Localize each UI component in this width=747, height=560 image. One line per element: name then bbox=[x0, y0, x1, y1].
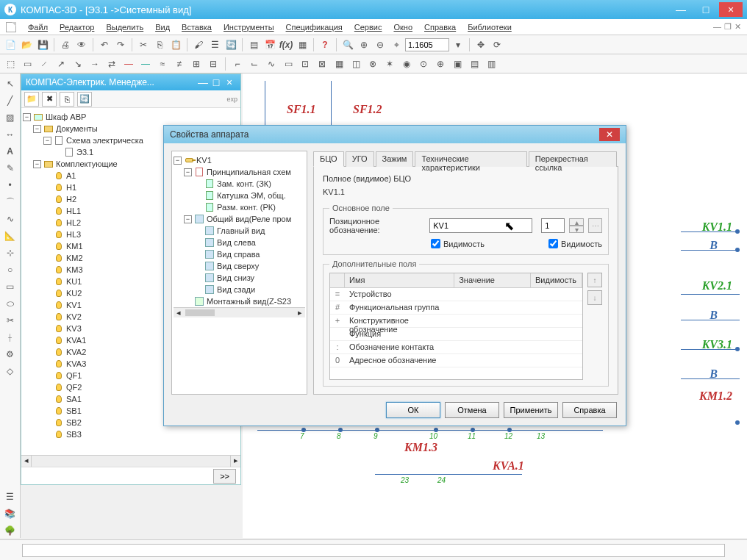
tool-icon[interactable]: ▭ bbox=[20, 57, 35, 71]
cancel-button[interactable]: Отмена bbox=[445, 402, 499, 418]
tool-icon[interactable]: ⊙ bbox=[416, 57, 431, 71]
mdi-close[interactable]: ✕ bbox=[735, 22, 741, 32]
visibility-checkbox-1[interactable] bbox=[431, 239, 440, 248]
dtree-view[interactable]: Вид справа bbox=[174, 248, 305, 260]
ellipse-icon[interactable]: ⬭ bbox=[2, 296, 18, 311]
grid-row[interactable]: #Функциональная группа bbox=[330, 301, 582, 315]
expand-icon[interactable]: − bbox=[33, 125, 41, 133]
maximize-button[interactable]: □ bbox=[694, 2, 718, 17]
dtree-item[interactable]: Зам. конт. (ЗК) bbox=[174, 178, 305, 190]
expand-icon[interactable] bbox=[194, 262, 202, 270]
tool-icon[interactable]: ↗ bbox=[54, 57, 68, 71]
expand-icon[interactable] bbox=[43, 301, 51, 309]
minimize-button[interactable]: — bbox=[669, 2, 693, 17]
menu-select[interactable]: Выделить bbox=[101, 21, 148, 33]
tab-tech[interactable]: Технические характеристики bbox=[415, 151, 526, 167]
move-down-button[interactable]: ↓ bbox=[587, 290, 602, 305]
grid-row[interactable]: 0Адресное обозначение bbox=[330, 354, 582, 367]
expand-icon[interactable] bbox=[43, 395, 51, 403]
tool-icon[interactable]: ▭ bbox=[281, 57, 296, 71]
expand-icon[interactable] bbox=[54, 148, 62, 157]
expand-icon[interactable] bbox=[184, 298, 192, 306]
menu-view[interactable]: Вид bbox=[151, 21, 174, 33]
expand-icon[interactable] bbox=[43, 337, 51, 345]
dtree-view[interactable]: Вид сзади bbox=[174, 284, 305, 295]
tree-icon[interactable]: 🌳 bbox=[2, 523, 18, 538]
tool-icon[interactable]: ∿ bbox=[264, 57, 279, 71]
rect-icon[interactable]: ▭ bbox=[2, 279, 18, 294]
move-up-button[interactable]: ↑ bbox=[587, 273, 602, 287]
expand-icon[interactable] bbox=[43, 372, 51, 380]
refresh-icon[interactable]: 🔄 bbox=[224, 37, 238, 52]
grid-row[interactable]: :Обозначение контакта bbox=[330, 341, 582, 354]
dtree-root[interactable]: −KV1 bbox=[174, 154, 305, 166]
menu-tools[interactable]: Инструменты bbox=[219, 21, 279, 33]
panel-copy-icon[interactable]: ⎘ bbox=[60, 92, 74, 107]
dialog-close-button[interactable]: ✕ bbox=[599, 128, 620, 141]
measure-icon[interactable]: 📐 bbox=[2, 229, 18, 243]
fields-grid[interactable]: Имя Значение Видимость =Устройство#Функц… bbox=[329, 273, 583, 380]
snap-icon[interactable]: ⊹ bbox=[2, 245, 18, 260]
menu-libraries[interactable]: Библиотеки bbox=[463, 21, 516, 33]
tool-icon[interactable]: ⊕ bbox=[433, 57, 448, 71]
lib-icon[interactable]: 📚 bbox=[2, 506, 18, 521]
cursor-icon[interactable]: ↖ bbox=[2, 76, 18, 91]
redo-icon[interactable]: ↷ bbox=[113, 37, 128, 52]
expand-icon[interactable] bbox=[43, 266, 51, 274]
save-icon[interactable]: 💾 bbox=[35, 37, 50, 52]
expand-icon[interactable] bbox=[43, 384, 51, 392]
expand-icon[interactable] bbox=[43, 195, 51, 204]
copy-icon[interactable]: ⎘ bbox=[152, 37, 167, 52]
tool-icon[interactable]: — bbox=[121, 57, 136, 71]
spin-down[interactable]: ▾ bbox=[569, 226, 584, 233]
tool-icon[interactable]: — bbox=[138, 57, 153, 71]
help-icon[interactable]: ? bbox=[318, 37, 332, 52]
zoom-fit-icon[interactable]: 🔍 bbox=[340, 37, 355, 52]
param-icon[interactable]: ⚙ bbox=[2, 347, 18, 362]
property-bar[interactable] bbox=[22, 544, 725, 557]
print-icon[interactable]: 🖨 bbox=[58, 37, 73, 52]
panel-del-icon[interactable]: ✖ bbox=[42, 92, 57, 107]
arc-icon[interactable]: ⌒ bbox=[2, 195, 18, 209]
visibility-checkbox-2[interactable] bbox=[548, 239, 558, 248]
ok-button[interactable]: ОК bbox=[386, 402, 440, 418]
dtree-mount[interactable]: Монтажный вид(Z-S23 bbox=[174, 295, 305, 307]
close-button[interactable]: × bbox=[719, 2, 743, 17]
apply-button[interactable]: Применить bbox=[504, 402, 558, 418]
calc-icon[interactable]: 📅 bbox=[262, 37, 277, 52]
expand-icon[interactable] bbox=[194, 239, 202, 247]
grid-row[interactable]: Функция bbox=[330, 328, 582, 341]
expand-icon[interactable] bbox=[43, 313, 51, 321]
zoom-out-icon[interactable]: ⊖ bbox=[373, 37, 387, 52]
tool-icon[interactable]: ⌐ bbox=[230, 57, 245, 71]
expand-icon[interactable] bbox=[43, 231, 51, 239]
visibility-check-1[interactable]: Видимость bbox=[431, 239, 485, 248]
dtree-view[interactable]: Вид снизу bbox=[174, 272, 305, 284]
misc-icon[interactable]: ◇ bbox=[2, 364, 18, 378]
tab-xref[interactable]: Перекрестная ссылка bbox=[529, 151, 617, 167]
tree-item[interactable]: SB3 bbox=[23, 428, 239, 440]
expand-icon[interactable] bbox=[43, 254, 51, 262]
hatch-icon[interactable]: ▨ bbox=[2, 110, 18, 125]
expand-icon[interactable] bbox=[194, 286, 202, 294]
panel-expand-button[interactable]: >> bbox=[213, 469, 236, 484]
tool-icon[interactable]: ✶ bbox=[382, 57, 397, 71]
panel-maximize[interactable]: □ bbox=[210, 76, 223, 88]
mdi-restore[interactable]: ❐ bbox=[724, 22, 732, 32]
expand-icon[interactable] bbox=[43, 184, 51, 192]
rebuild-icon[interactable]: ⟳ bbox=[490, 37, 504, 52]
tool-icon[interactable]: ↘ bbox=[71, 57, 85, 71]
expand-icon[interactable] bbox=[43, 431, 51, 439]
menu-spec[interactable]: Спецификация bbox=[282, 21, 347, 33]
open-icon[interactable]: 📂 bbox=[19, 37, 34, 52]
panel-add-icon[interactable]: 📁 bbox=[24, 92, 39, 107]
expand-icon[interactable]: − bbox=[43, 137, 51, 145]
expand-icon[interactable] bbox=[194, 251, 202, 259]
dtree-view[interactable]: Главный вид bbox=[174, 225, 305, 237]
layers-icon[interactable]: ▤ bbox=[246, 37, 261, 52]
tool-icon[interactable]: ▥ bbox=[484, 57, 498, 71]
point-icon[interactable]: • bbox=[2, 178, 18, 193]
circle-icon[interactable]: ○ bbox=[2, 262, 18, 277]
dialog-tree-hscroll[interactable]: ◂▸ bbox=[174, 307, 305, 317]
position-number-input[interactable] bbox=[541, 218, 565, 233]
